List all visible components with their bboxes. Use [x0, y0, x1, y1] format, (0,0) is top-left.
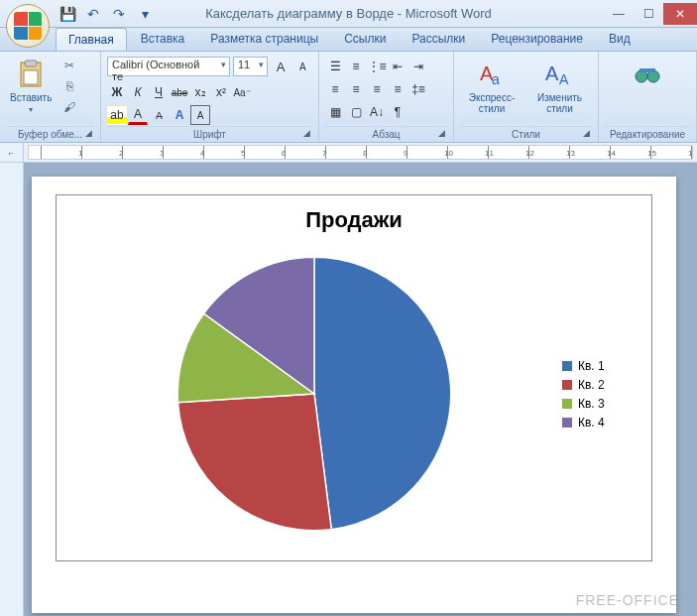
vertical-ruler[interactable]	[0, 163, 24, 616]
tab-references[interactable]: Ссылки	[332, 28, 398, 51]
change-styles-button[interactable]: AA Изменить стили	[527, 57, 592, 116]
quick-access-toolbar: 💾 ↶ ↷ ▾	[58, 4, 155, 24]
tab-layout[interactable]: Разметка страницы	[198, 28, 330, 51]
group-label-styles: Стили◢	[460, 126, 592, 142]
change-styles-label: Изменить стили	[531, 92, 588, 114]
chart-container[interactable]: Продажи Кв. 1Кв. 2Кв. 3Кв. 4	[56, 194, 652, 561]
tab-insert[interactable]: Вставка	[129, 28, 197, 51]
legend-label: Кв. 4	[578, 416, 605, 430]
superscript-button[interactable]: x²	[211, 82, 231, 102]
minimize-button[interactable]: —	[604, 3, 634, 25]
svg-text:A: A	[545, 62, 559, 84]
pie-slice[interactable]	[314, 257, 451, 529]
save-icon[interactable]: 💾	[58, 4, 77, 24]
multilevel-icon[interactable]: ⋮≡	[367, 57, 387, 76]
group-label-editing: Редактирование	[605, 126, 690, 142]
svg-text:a: a	[492, 71, 500, 87]
format-painter-icon[interactable]: 🖌	[59, 98, 79, 116]
group-label-clipboard: Буфер обме...◢	[6, 126, 94, 142]
clear-format-icon[interactable]: A̶	[149, 105, 169, 125]
document-area: Продажи Кв. 1Кв. 2Кв. 3Кв. 4	[0, 163, 697, 616]
svg-text:A: A	[559, 71, 569, 87]
tab-review[interactable]: Рецензирование	[479, 28, 595, 51]
binoculars-icon	[632, 59, 663, 90]
group-paragraph: ☰ ≡ ⋮≡ ⇤ ⇥ ≡ ≡ ≡ ≡ ‡≡ ▦ ▢ A↓ ¶ Абзац◢	[319, 52, 454, 142]
underline-button[interactable]: Ч	[149, 82, 169, 102]
sort-icon[interactable]: A↓	[367, 102, 387, 122]
legend-label: Кв. 1	[578, 359, 605, 373]
italic-button[interactable]: К	[128, 82, 148, 102]
font-family-combo[interactable]: Calibri (Основной те	[107, 57, 230, 76]
legend-swatch	[562, 380, 572, 390]
justify-icon[interactable]: ≡	[388, 79, 407, 99]
undo-icon[interactable]: ↶	[83, 4, 103, 24]
pie-chart[interactable]	[171, 250, 458, 538]
window-title: Каксделать диаграмму в Ворде - Microsoft…	[205, 6, 492, 21]
page-viewport[interactable]: Продажи Кв. 1Кв. 2Кв. 3Кв. 4	[24, 163, 697, 616]
tab-home[interactable]: Главная	[56, 28, 127, 51]
bold-button[interactable]: Ж	[107, 82, 127, 102]
char-border-icon[interactable]: A	[190, 105, 210, 125]
office-logo-icon	[14, 12, 42, 40]
maximize-button[interactable]: ☐	[634, 3, 663, 25]
group-label-paragraph: Абзац◢	[325, 126, 447, 142]
indent-inc-icon[interactable]: ⇥	[408, 57, 428, 76]
legend-label: Кв. 3	[578, 397, 605, 411]
align-center-icon[interactable]: ≡	[346, 79, 366, 99]
change-styles-icon: AA	[543, 59, 575, 90]
legend-item: Кв. 4	[562, 416, 641, 430]
pie-slice[interactable]	[178, 394, 332, 531]
tab-view[interactable]: Вид	[597, 28, 642, 51]
text-effects-icon[interactable]: A	[170, 105, 189, 125]
quick-styles-icon: Aa	[476, 59, 508, 90]
align-left-icon[interactable]: ≡	[325, 79, 345, 99]
legend-label: Кв. 2	[578, 378, 605, 392]
shrink-font-icon[interactable]: A	[293, 57, 312, 76]
case-button[interactable]: Aa⁻	[232, 82, 252, 102]
show-marks-icon[interactable]: ¶	[388, 102, 407, 122]
font-size-combo[interactable]: 11	[233, 57, 268, 76]
ruler-area: ⌐ 12345678910111213141516	[0, 143, 697, 163]
horizontal-ruler[interactable]: 12345678910111213141516	[28, 145, 693, 160]
strike-button[interactable]: abe	[170, 82, 189, 102]
qat-customize-icon[interactable]: ▾	[135, 4, 155, 24]
bullets-icon[interactable]: ☰	[325, 57, 345, 76]
subscript-button[interactable]: x₂	[190, 82, 210, 102]
indent-dec-icon[interactable]: ⇤	[388, 57, 407, 76]
legend-swatch	[562, 418, 572, 428]
close-button[interactable]: ✕	[663, 3, 697, 25]
borders-icon[interactable]: ▢	[346, 102, 366, 122]
legend-item: Кв. 2	[562, 378, 641, 392]
tab-mailings[interactable]: Рассылки	[400, 28, 477, 51]
launcher-icon[interactable]: ◢	[435, 128, 447, 140]
office-button[interactable]	[6, 4, 50, 48]
paste-button[interactable]: Вставить ▾	[6, 57, 56, 116]
window-controls: — ☐ ✕	[604, 3, 697, 25]
chart-legend: Кв. 1Кв. 2Кв. 3Кв. 4	[562, 354, 641, 434]
copy-icon[interactable]: ⎘	[59, 77, 79, 95]
redo-icon[interactable]: ↷	[109, 4, 129, 24]
chart-title: Продажи	[66, 207, 641, 233]
quick-styles-button[interactable]: Aa Экспресс-стили	[460, 57, 523, 116]
launcher-icon[interactable]: ◢	[580, 128, 592, 140]
numbering-icon[interactable]: ≡	[346, 57, 366, 76]
watermark: FREE-OFFICE	[576, 592, 679, 608]
line-spacing-icon[interactable]: ‡≡	[408, 79, 428, 99]
paste-dropdown-icon: ▾	[29, 105, 33, 114]
launcher-icon[interactable]: ◢	[82, 128, 94, 140]
group-font: Calibri (Основной те 11 A A Ж К Ч abe x₂…	[101, 52, 319, 142]
ruler-corner[interactable]: ⌐	[0, 143, 24, 162]
find-button[interactable]	[628, 57, 667, 92]
cut-icon[interactable]: ✂	[59, 57, 79, 74]
grow-font-icon[interactable]: A	[271, 57, 290, 76]
ribbon: Вставить ▾ ✂ ⎘ 🖌 Буфер обме...◢ Calibri …	[0, 52, 697, 143]
group-styles: Aa Экспресс-стили AA Изменить стили Стил…	[454, 52, 599, 142]
font-color-icon[interactable]: A	[128, 105, 148, 125]
ribbon-tabs: Главная Вставка Разметка страницы Ссылки…	[0, 28, 697, 52]
align-right-icon[interactable]: ≡	[367, 79, 387, 99]
page[interactable]: Продажи Кв. 1Кв. 2Кв. 3Кв. 4	[32, 177, 676, 613]
legend-swatch	[562, 361, 572, 371]
highlight-icon[interactable]: ab	[107, 105, 127, 125]
launcher-icon[interactable]: ◢	[300, 128, 312, 140]
shading-icon[interactable]: ▦	[325, 102, 345, 122]
